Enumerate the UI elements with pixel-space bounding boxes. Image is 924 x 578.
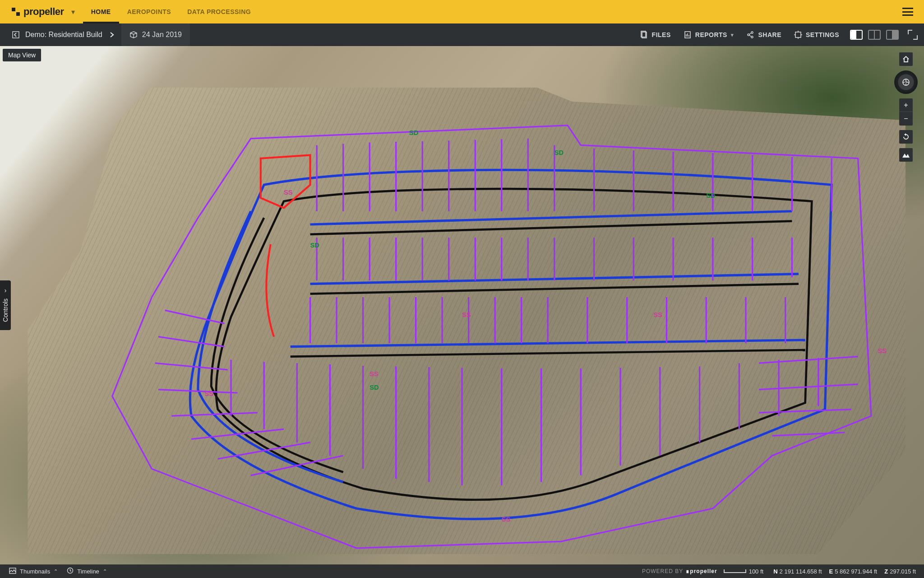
svg-text:SS: SS — [284, 189, 293, 196]
svg-rect-0 — [13, 32, 19, 38]
reports-icon — [684, 31, 692, 39]
svg-text:SS: SS — [653, 311, 662, 318]
settings-label: SETTINGS — [806, 31, 839, 38]
powered-by: POWERED BY ∎propeller — [642, 568, 717, 574]
image-icon — [9, 568, 16, 575]
scale-bar: 100 ft — [724, 568, 764, 575]
settings-button[interactable]: SETTINGS — [788, 23, 845, 46]
survey-date: 24 Jan 2019 — [142, 31, 182, 39]
coord-e: E5 862 971.944 ft — [826, 568, 881, 575]
chevron-right-icon[interactable] — [108, 31, 116, 39]
sub-nav: Demo: Residential Build 24 Jan 2019 FILE… — [0, 23, 924, 46]
svg-rect-7 — [795, 32, 801, 37]
svg-text:SD: SD — [706, 192, 715, 199]
svg-text:SS: SS — [878, 347, 887, 354]
map-view-label: Map View — [3, 49, 41, 61]
logo-icon — [11, 7, 21, 17]
tab-data-processing[interactable]: DATA PROCESSING — [179, 0, 259, 23]
share-icon — [746, 31, 754, 39]
share-label: SHARE — [758, 31, 781, 38]
thumbnails-label: Thumbnails — [20, 568, 50, 575]
clock-icon — [67, 567, 74, 575]
reset-north-button[interactable] — [899, 130, 913, 144]
zoom-in-button[interactable]: + — [899, 98, 913, 112]
svg-text:SD: SD — [310, 242, 319, 249]
svg-text:SS: SS — [502, 516, 511, 523]
brand-name: propeller — [23, 6, 64, 18]
reports-label: REPORTS — [695, 31, 727, 38]
powered-brand: ∎propeller — [686, 568, 717, 574]
chevron-right-icon: › — [5, 287, 7, 294]
map-viewport[interactable]: SD SD SD SS SS SS SS SS SS SD SD SS Map … — [0, 46, 924, 564]
coord-z: Z297.015 ft — [881, 568, 919, 575]
svg-text:SD: SD — [370, 384, 379, 391]
menu-icon[interactable] — [902, 8, 913, 16]
back-icon[interactable] — [12, 31, 20, 39]
viewmode-single[interactable] — [850, 30, 863, 40]
status-bar: Thumbnails ⌃ Timeline ⌃ POWERED BY ∎prop… — [0, 564, 924, 578]
scale-line-icon — [724, 569, 746, 573]
settings-icon — [794, 31, 802, 39]
fullscreen-icon[interactable] — [908, 30, 918, 40]
timeline-toggle[interactable]: Timeline ⌃ — [62, 564, 111, 578]
svg-text:SS: SS — [204, 390, 213, 397]
chevron-up-icon: ⌃ — [54, 569, 58, 574]
brand-logo[interactable]: propeller — [11, 6, 64, 18]
cube-icon — [129, 31, 138, 39]
chevron-down-icon: ▾ — [731, 32, 734, 38]
share-button[interactable]: SHARE — [740, 23, 788, 46]
compass-icon[interactable] — [894, 70, 918, 94]
tab-home[interactable]: HOME — [83, 0, 119, 23]
terrain-button[interactable] — [899, 148, 913, 162]
home-view-button[interactable] — [899, 52, 913, 66]
project-name: Demo: Residential Build — [25, 31, 102, 39]
zoom-controls: + − — [899, 98, 913, 126]
timeline-label: Timeline — [77, 568, 99, 575]
breadcrumb[interactable]: Demo: Residential Build — [6, 23, 121, 46]
svg-point-6 — [751, 36, 753, 38]
controls-label: Controls — [2, 298, 9, 322]
powered-by-label: POWERED BY — [642, 568, 683, 574]
thumbnails-toggle[interactable]: Thumbnails ⌃ — [5, 564, 62, 578]
files-button[interactable]: FILES — [634, 23, 677, 46]
zoom-out-button[interactable]: − — [899, 112, 913, 126]
svg-text:SD: SD — [409, 129, 418, 136]
tab-aeropoints[interactable]: AEROPOINTS — [119, 0, 180, 23]
svg-text:SD: SD — [554, 149, 564, 156]
coord-n: N2 191 114.658 ft — [770, 568, 825, 575]
controls-panel-toggle[interactable]: › Controls — [0, 280, 11, 330]
svg-text:SS: SS — [462, 311, 471, 318]
svg-point-4 — [748, 34, 749, 36]
viewmode-group — [850, 30, 899, 40]
svg-text:SS: SS — [370, 370, 379, 378]
survey-date-selector[interactable]: 24 Jan 2019 — [121, 23, 190, 46]
files-icon — [640, 31, 648, 39]
map-controls: + − — [894, 52, 918, 162]
design-overlay: SD SD SD SS SS SS SS SS SS SD SD SS — [0, 46, 924, 561]
reports-button[interactable]: REPORTS ▾ — [677, 23, 740, 46]
scale-label: 100 ft — [749, 568, 764, 575]
viewmode-split[interactable] — [868, 30, 881, 40]
top-nav: propeller ▾ HOME AEROPOINTS DATA PROCESS… — [0, 0, 924, 23]
svg-point-5 — [751, 32, 753, 33]
chevron-up-icon: ⌃ — [103, 569, 107, 574]
brand-dropdown-icon[interactable]: ▾ — [71, 8, 75, 16]
viewmode-right[interactable] — [886, 30, 899, 40]
files-label: FILES — [652, 31, 671, 38]
